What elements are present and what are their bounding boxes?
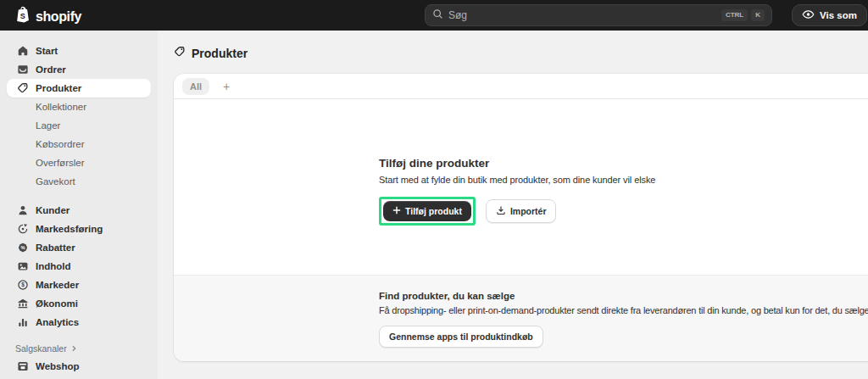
add-tab-button[interactable]: + — [218, 80, 235, 93]
sidebar-item-label: Ordrer — [36, 64, 66, 75]
eye-icon — [802, 9, 815, 21]
person-icon — [17, 204, 29, 216]
download-icon — [496, 205, 506, 217]
svg-text:%: % — [20, 245, 25, 250]
home-icon — [17, 45, 29, 57]
sidebar-item-gavekort[interactable]: Gavekort — [7, 172, 151, 191]
svg-text:S: S — [20, 12, 25, 20]
sidebar-item-label: Start — [36, 46, 58, 56]
sidebar-item-analytics[interactable]: Analytics — [7, 313, 151, 332]
globe-dollar-icon: $ — [17, 279, 29, 291]
sidebar-item-markedsfoering[interactable]: Markedsføring — [7, 220, 151, 238]
empty-state-subtitle: Start med at fylde din butik med produkt… — [379, 175, 868, 185]
section-label: Salgskanaler — [15, 343, 67, 354]
sidebar-divider-gap — [0, 191, 158, 201]
sidebar-item-label: Markedsføring — [36, 224, 103, 234]
kbd-ctrl: CTRL — [721, 9, 748, 21]
sidebar-item-start[interactable]: Start — [7, 42, 151, 60]
kbd-k: K — [751, 9, 765, 21]
tab-bar: All + — [174, 74, 868, 99]
sidebar-item-label: Markeder — [36, 280, 79, 290]
click-target-highlight: Tilføj produkt — [379, 197, 476, 226]
sidebar-item-koebsordrer[interactable]: Købsordrer — [7, 135, 151, 153]
search-input[interactable]: Søg CTRL K — [425, 4, 772, 26]
page-title: Produkter — [174, 46, 868, 60]
view-as-button[interactable]: Vis som — [792, 4, 867, 26]
search-placeholder: Søg — [448, 9, 467, 21]
chevron-right-icon — [71, 343, 77, 354]
view-as-label: Vis som — [820, 10, 857, 20]
search-icon — [432, 8, 443, 23]
empty-state-heading: Tilføj dine produkter — [379, 157, 868, 170]
sidebar-item-indhold[interactable]: Indhold — [7, 257, 151, 276]
sidebar: Start Ordrer Produkter Kollektioner Lage… — [0, 31, 158, 379]
sidebar-item-label: Produkter — [36, 83, 81, 93]
tab-all[interactable]: All — [182, 78, 209, 95]
tag-icon — [174, 46, 186, 60]
sidebar-item-oekonomi[interactable]: Økonomi — [7, 294, 151, 313]
sidebar-item-label: Indhold — [36, 261, 71, 271]
content-icon — [17, 260, 29, 272]
topbar: S shopify Søg CTRL K Vis som — [0, 0, 868, 31]
sidebar-item-label: Webshop — [36, 361, 80, 371]
products-card: All + Tilføj dine produkter Start med at… — [174, 74, 868, 361]
find-products-heading: Find produkter, du kan sælge — [379, 291, 868, 301]
find-products-description: Få dropshipping- eller print-on-demand-p… — [379, 305, 868, 315]
sidebar-item-label: Økonomi — [36, 298, 78, 309]
find-products-section: Find produkter, du kan sælge Få dropship… — [174, 275, 868, 361]
sidebar-section-salgskanaler[interactable]: Salgskanaler — [7, 340, 151, 357]
bank-icon — [17, 298, 29, 309]
orders-icon — [17, 64, 29, 75]
search-shortcut: CTRL K — [721, 9, 765, 21]
add-product-label: Tilføj produkt — [405, 206, 462, 216]
empty-state: Tilføj dine produkter Start med at fylde… — [174, 99, 868, 275]
discount-icon: % — [17, 242, 29, 254]
browse-sourcing-apps-label: Gennemse apps til produktindkøb — [389, 332, 533, 342]
sidebar-item-label: Kunder — [36, 205, 70, 215]
sidebar-item-webshop[interactable]: Webshop — [7, 357, 151, 376]
tag-icon — [17, 82, 29, 94]
sidebar-item-lager[interactable]: Lager — [7, 116, 151, 135]
shopify-logo[interactable]: S shopify — [14, 5, 81, 28]
import-label: Importér — [510, 206, 547, 216]
plus-icon — [392, 206, 401, 216]
add-product-button[interactable]: Tilføj produkt — [383, 201, 471, 221]
import-button[interactable]: Importér — [486, 199, 557, 223]
sidebar-item-produkter[interactable]: Produkter — [7, 79, 151, 98]
sidebar-item-overfoersler[interactable]: Overførsler — [7, 153, 151, 172]
sidebar-item-label: Analytics — [36, 317, 79, 327]
sidebar-item-label: Rabatter — [36, 242, 75, 253]
sidebar-item-rabatter[interactable]: % Rabatter — [7, 238, 151, 257]
svg-text:$: $ — [21, 281, 25, 288]
storefront-icon — [17, 360, 29, 372]
shopify-bag-icon: S — [14, 5, 31, 28]
bar-chart-icon — [17, 316, 29, 328]
logo-wordmark: shopify — [36, 9, 81, 25]
browse-sourcing-apps-button[interactable]: Gennemse apps til produktindkøb — [379, 326, 543, 348]
page-title-text: Produkter — [192, 47, 248, 60]
sidebar-item-kollektioner[interactable]: Kollektioner — [7, 98, 151, 116]
empty-state-actions: Tilføj produkt Importér — [379, 197, 868, 226]
sidebar-item-markeder[interactable]: $ Markeder — [7, 276, 151, 294]
main-content: Produkter All + Tilføj dine produkter St… — [158, 31, 868, 379]
sidebar-item-ordrer[interactable]: Ordrer — [7, 60, 151, 79]
marketing-icon — [17, 223, 29, 235]
sidebar-item-kunder[interactable]: Kunder — [7, 201, 151, 220]
